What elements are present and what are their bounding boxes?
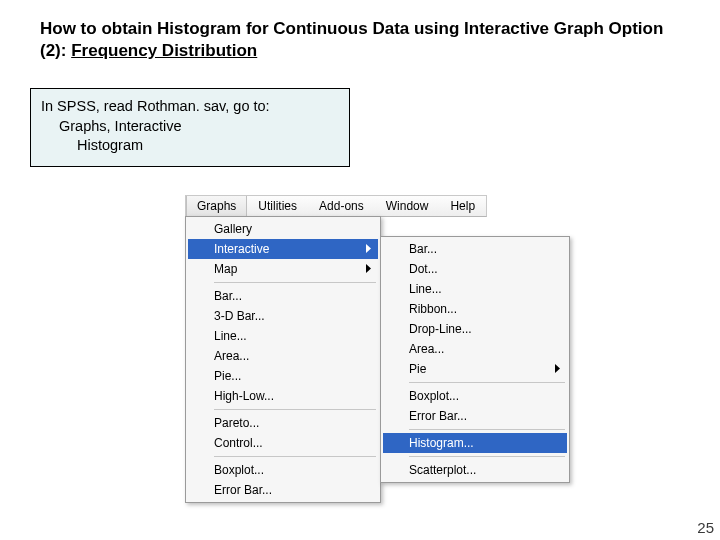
menu-separator [214, 282, 376, 283]
instruction-box: In SPSS, read Rothman. sav, go to: Graph… [30, 88, 350, 167]
graphs-menu-item[interactable]: Bar... [188, 286, 378, 306]
menu-item-label: Boxplot... [214, 463, 264, 477]
menu-separator [409, 382, 565, 383]
menu-item-label: Line... [214, 329, 247, 343]
slide-title: How to obtain Histogram for Continuous D… [0, 0, 720, 68]
menu-item-label: High-Low... [214, 389, 274, 403]
spss-menu-screenshot: GraphsUtilitiesAdd-onsWindowHelp Gallery… [185, 195, 487, 217]
menu-item-label: Ribbon... [409, 302, 457, 316]
menu-item-label: Line... [409, 282, 442, 296]
menu-item-label: Error Bar... [409, 409, 467, 423]
menu-item-label: Dot... [409, 262, 438, 276]
graphs-menu-item[interactable]: Boxplot... [188, 460, 378, 480]
menu-item-label: Area... [214, 349, 249, 363]
interactive-menu-item[interactable]: Boxplot... [383, 386, 567, 406]
graphs-menu-item[interactable]: 3-D Bar... [188, 306, 378, 326]
submenu-arrow-icon [366, 244, 372, 253]
menu-item-label: Scatterplot... [409, 463, 476, 477]
graphs-menu-item[interactable]: Interactive [188, 239, 378, 259]
instruction-line: In SPSS, read Rothman. sav, go to: [41, 97, 341, 117]
menubar-item-window[interactable]: Window [375, 196, 440, 216]
menu-item-label: Histogram... [409, 436, 474, 450]
menu-item-label: Control... [214, 436, 263, 450]
menu-item-label: Interactive [214, 242, 269, 256]
graphs-menu-item[interactable]: Pie... [188, 366, 378, 386]
menubar-item-add-ons[interactable]: Add-ons [308, 196, 375, 216]
interactive-menu-item[interactable]: Line... [383, 279, 567, 299]
menu-item-label: Bar... [409, 242, 437, 256]
graphs-menu-item[interactable]: High-Low... [188, 386, 378, 406]
menu-separator [409, 429, 565, 430]
menu-item-label: Pareto... [214, 416, 259, 430]
title-underline: Frequency Distribution [71, 41, 257, 60]
submenu-arrow-icon [555, 364, 561, 373]
graphs-menu-item[interactable]: Gallery [188, 219, 378, 239]
menu-separator [214, 456, 376, 457]
interactive-menu-item[interactable]: Histogram... [383, 433, 567, 453]
menu-item-label: Bar... [214, 289, 242, 303]
menu-item-label: Drop-Line... [409, 322, 472, 336]
interactive-menu-item[interactable]: Scatterplot... [383, 460, 567, 480]
graphs-menu-item[interactable]: Map [188, 259, 378, 279]
graphs-menu-item[interactable]: Line... [188, 326, 378, 346]
interactive-menu-item[interactable]: Error Bar... [383, 406, 567, 426]
menu-item-label: Pie [409, 362, 426, 376]
instruction-line: Histogram [41, 136, 341, 156]
instruction-line: Graphs, Interactive [41, 117, 341, 137]
menu-item-label: Error Bar... [214, 483, 272, 497]
page-number: 25 [697, 519, 714, 536]
interactive-menu-item[interactable]: Ribbon... [383, 299, 567, 319]
graphs-menu-item[interactable]: Area... [188, 346, 378, 366]
menubar-item-utilities[interactable]: Utilities [247, 196, 308, 216]
menu-separator [409, 456, 565, 457]
interactive-menu-item[interactable]: Pie [383, 359, 567, 379]
graphs-dropdown: GalleryInteractiveMapBar...3-D Bar...Lin… [185, 216, 381, 503]
menu-item-label: Area... [409, 342, 444, 356]
submenu-arrow-icon [366, 264, 372, 273]
interactive-menu-item[interactable]: Drop-Line... [383, 319, 567, 339]
menu-item-label: 3-D Bar... [214, 309, 265, 323]
graphs-menu-item[interactable]: Control... [188, 433, 378, 453]
menu-item-label: Boxplot... [409, 389, 459, 403]
interactive-menu-item[interactable]: Bar... [383, 239, 567, 259]
menu-separator [214, 409, 376, 410]
menu-item-label: Pie... [214, 369, 241, 383]
menu-bar: GraphsUtilitiesAdd-onsWindowHelp [185, 195, 487, 217]
interactive-menu-item[interactable]: Area... [383, 339, 567, 359]
menubar-item-graphs[interactable]: Graphs [186, 196, 247, 216]
menu-item-label: Gallery [214, 222, 252, 236]
graphs-menu-item[interactable]: Error Bar... [188, 480, 378, 500]
menu-item-label: Map [214, 262, 237, 276]
menubar-item-help[interactable]: Help [439, 196, 486, 216]
interactive-submenu: Bar...Dot...Line...Ribbon...Drop-Line...… [380, 236, 570, 483]
graphs-menu-item[interactable]: Pareto... [188, 413, 378, 433]
interactive-menu-item[interactable]: Dot... [383, 259, 567, 279]
